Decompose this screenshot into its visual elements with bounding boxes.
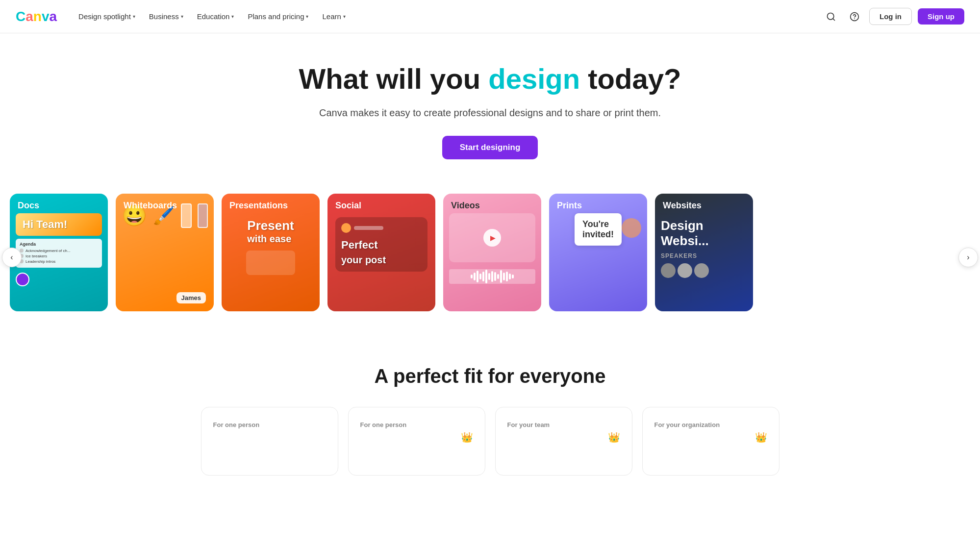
pricing-card-org[interactable]: For your organization 👑	[642, 407, 779, 476]
pricing-card-free-tag: For one person	[213, 421, 326, 428]
carousel-card-websites[interactable]: Websites Design Websi... SPEAKERS	[655, 194, 753, 311]
chevron-down-icon: ▾	[343, 14, 346, 19]
nav-business[interactable]: Business ▾	[143, 8, 189, 25]
nav-plans-pricing[interactable]: Plans and pricing ▾	[242, 8, 314, 25]
crown-icon-team: 👑	[608, 431, 620, 443]
card-videos-label: Videos	[443, 194, 541, 218]
hero-subtitle: Canva makes it easy to create profession…	[10, 105, 970, 120]
chevron-left-icon: ‹	[10, 253, 13, 262]
carousel-card-videos[interactable]: Videos ▶	[443, 194, 541, 311]
login-button[interactable]: Log in	[869, 8, 912, 25]
svg-line-1	[833, 18, 835, 20]
card-docs-label: Docs	[10, 194, 108, 218]
chevron-down-icon: ▾	[133, 14, 135, 19]
nav-education[interactable]: Education ▾	[191, 8, 240, 25]
card-prints-label: Prints	[549, 194, 647, 218]
chevron-down-icon: ▾	[231, 14, 234, 19]
james-tag: James	[176, 292, 206, 303]
card-social-label: Social	[327, 194, 435, 218]
nav-design-spotlight[interactable]: Design spotlight ▾	[73, 8, 141, 25]
logo[interactable]: Canva	[16, 9, 57, 25]
agenda-block: Agenda Acknowledgement of ch... Ice brea…	[16, 239, 102, 268]
carousel-prev-button[interactable]: ‹	[2, 248, 22, 267]
carousel-card-docs[interactable]: Docs Hi Team! Agenda Acknowledgement of …	[10, 194, 108, 311]
carousel-card-prints[interactable]: Prints You're invited!	[549, 194, 647, 311]
card-websites-label: Websites	[655, 194, 753, 218]
carousel-card-presentations[interactable]: Presentations Present with ease	[222, 194, 320, 311]
nav-learn[interactable]: Learn ▾	[316, 8, 351, 25]
navbar: Canva Design spotlight ▾ Business ▾ Educ…	[0, 0, 980, 33]
pricing-cards: For one person For one person 👑 For your…	[20, 407, 960, 476]
pricing-card-pro-tag: For one person	[360, 421, 473, 428]
pricing-card-pro[interactable]: For one person 👑	[348, 407, 485, 476]
chevron-down-icon: ▾	[181, 14, 183, 19]
signup-button[interactable]: Sign up	[918, 8, 964, 25]
pricing-card-free[interactable]: For one person	[201, 407, 338, 476]
pricing-card-team[interactable]: For your team 👑	[495, 407, 632, 476]
section-fit: A perfect fit for everyone For one perso…	[0, 336, 980, 495]
section-fit-title: A perfect fit for everyone	[20, 365, 960, 387]
hero-title: What will you design today?	[10, 63, 970, 96]
carousel-next-button[interactable]: ›	[958, 248, 978, 267]
pricing-card-org-tag: For your organization	[654, 421, 767, 428]
start-designing-button[interactable]: Start designing	[442, 136, 538, 159]
carousel-card-whiteboards[interactable]: Whiteboards 😀 🖌️ James	[116, 194, 214, 311]
waveform	[449, 269, 535, 284]
chevron-down-icon: ▾	[306, 14, 308, 19]
search-icon	[826, 12, 836, 22]
carousel-track: Docs Hi Team! Agenda Acknowledgement of …	[0, 189, 980, 316]
play-icon: ▶	[490, 234, 496, 242]
crown-icon-pro: 👑	[461, 431, 473, 443]
crown-icon-org: 👑	[755, 431, 767, 443]
help-icon	[850, 12, 859, 22]
pricing-card-team-tag: For your team	[507, 421, 620, 428]
carousel-card-social[interactable]: Social Perfect your post	[327, 194, 435, 311]
hero-section: What will you design today? Canva makes …	[0, 33, 980, 179]
carousel-section: ‹ Docs Hi Team! Agenda Acknowledgement o…	[0, 179, 980, 336]
help-button[interactable]	[846, 8, 863, 25]
search-button[interactable]	[822, 8, 840, 25]
nav-actions: Log in Sign up	[822, 8, 964, 25]
card-whiteboards-label: Whiteboards	[116, 194, 214, 218]
card-presentations-label: Presentations	[222, 194, 320, 218]
chevron-right-icon: ›	[967, 253, 969, 262]
nav-links: Design spotlight ▾ Business ▾ Education …	[73, 8, 822, 25]
invite-card: You're invited!	[575, 213, 622, 246]
